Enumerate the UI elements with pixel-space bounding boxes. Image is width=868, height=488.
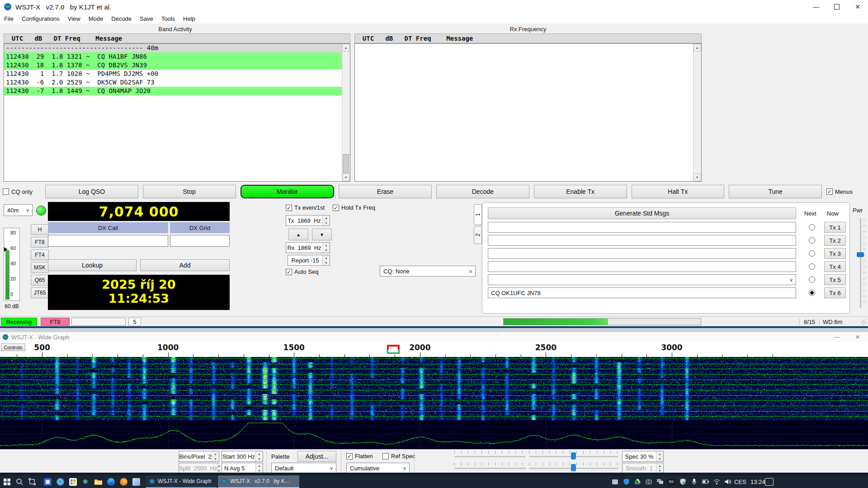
menu-item-view[interactable]: View: [64, 14, 85, 23]
tx5-now-button[interactable]: Tx 5: [824, 274, 846, 285]
tx-message-field-4[interactable]: [488, 261, 796, 272]
hold-tx-freq-checkbox[interactable]: ✓ Hold Tx Freq: [333, 204, 375, 211]
mode-button-ft4[interactable]: FT4: [31, 249, 49, 260]
pinned-glass-app-icon[interactable]: [130, 475, 142, 488]
wf-gain-slider[interactable]: [454, 456, 526, 457]
decoded-message-row[interactable]: ------------------------------------ 40m: [4, 44, 342, 52]
tray-gdrive-icon[interactable]: [632, 475, 643, 488]
scroll-up-icon[interactable]: ▲: [693, 44, 701, 52]
tx6-now-button[interactable]: Tx 6: [824, 287, 846, 298]
tx-frequency-marker[interactable]: [387, 345, 400, 350]
taskbar-button-wide-graph[interactable]: WSJT-X - Wide Graph: [146, 475, 217, 488]
tx2-now-button[interactable]: Tx 2: [824, 235, 846, 246]
rx-frequency-marker[interactable]: [387, 350, 400, 354]
checkbox-icon[interactable]: [3, 188, 9, 195]
tune-button[interactable]: Tune: [729, 185, 822, 198]
pinned-save-app-icon[interactable]: [42, 475, 53, 488]
spinner-arrows-icon[interactable]: ▲▼: [322, 243, 330, 253]
next-radio-3[interactable]: [809, 250, 815, 257]
tray-mic-icon[interactable]: [689, 475, 699, 488]
next-radio-5[interactable]: [809, 277, 815, 283]
maximize-button[interactable]: [826, 0, 847, 14]
add-button[interactable]: Add: [140, 259, 230, 271]
decode-button[interactable]: Decode: [436, 185, 529, 198]
cq-select-combo[interactable]: CQ: None∨: [380, 266, 476, 277]
tx-message-field-5[interactable]: ∨: [488, 274, 796, 285]
file-explorer-icon[interactable]: [92, 475, 104, 488]
adjust-button[interactable]: Adjust...: [297, 451, 336, 462]
pwr-slider[interactable]: [855, 218, 866, 308]
slider-handle[interactable]: [857, 252, 864, 257]
next-radio-1[interactable]: [809, 224, 815, 230]
task-view-icon[interactable]: [26, 475, 38, 488]
resize-grip[interactable]: [861, 319, 867, 325]
decoded-message-row[interactable]: 112430 29 1.8 1321 ~ CQ HA1BF JN86: [4, 52, 342, 61]
tx1-now-button[interactable]: Tx 1: [824, 222, 846, 233]
decoded-message-row[interactable]: 112430 -6 2.0 2529 ~ DK5CW DG2SAF 73: [4, 78, 342, 87]
pinned-wsjtx-app-icon[interactable]: [80, 475, 91, 488]
mode-button-q65[interactable]: Q65: [31, 275, 49, 286]
search-icon[interactable]: [14, 475, 25, 488]
auto-seq-checkbox[interactable]: ✓ Auto Seq: [286, 268, 319, 275]
decoded-message-row[interactable]: 112430 1 1.7 1028 ~ PD4PMS DJ2MS +00: [4, 70, 342, 78]
orange-browser-icon[interactable]: [118, 475, 129, 488]
tx-message-field-6[interactable]: CQ OK1UFC JN78: [488, 287, 796, 298]
spinner-arrows-icon[interactable]: ▲▼: [656, 451, 663, 461]
tray-capture-icon[interactable]: [643, 475, 654, 488]
spinner-arrows-icon[interactable]: ▲▼: [322, 216, 330, 225]
menu-item-file[interactable]: File: [0, 14, 18, 23]
close-button[interactable]: ✕: [847, 332, 868, 342]
band-selector[interactable]: 40m∨: [4, 204, 33, 216]
tray-defender-icon[interactable]: [677, 475, 688, 488]
freq-up-button[interactable]: ▲: [288, 229, 308, 240]
pinned-globe-app-icon[interactable]: [54, 475, 66, 488]
bins-per-pixel-spinner[interactable]: Bins/Pixel 2 ▲▼: [179, 451, 219, 462]
menu-item-save[interactable]: Save: [136, 14, 157, 23]
freq-down-button[interactable]: ▼: [312, 229, 332, 240]
checkbox-icon[interactable]: [382, 453, 389, 460]
minimize-button[interactable]: —: [826, 332, 847, 342]
menu-item-decode[interactable]: Decode: [107, 14, 136, 23]
menu-item-mode[interactable]: Mode: [85, 14, 108, 23]
start-button[interactable]: [1, 475, 13, 488]
spinner-arrows-icon[interactable]: ▲▼: [322, 255, 330, 265]
lookup-button[interactable]: Lookup: [48, 259, 137, 271]
notification-center-icon[interactable]: [765, 478, 774, 486]
menu-item-configurations[interactable]: Configurations: [18, 14, 64, 23]
stop-button[interactable]: Stop: [143, 185, 236, 198]
halt-tx-button[interactable]: Halt Tx: [632, 185, 725, 198]
dx-call-input[interactable]: [48, 235, 168, 247]
slider-handle[interactable]: [571, 452, 576, 460]
checkbox-checked-icon[interactable]: ✓: [286, 205, 292, 211]
menu-item-help[interactable]: Help: [179, 14, 199, 23]
flatten-checkbox[interactable]: ✓ Flatten: [346, 453, 373, 460]
monitor-button[interactable]: Monitor: [241, 185, 335, 198]
tx-message-field-1[interactable]: [488, 222, 796, 233]
tray-b6-icon[interactable]: B6: [666, 475, 677, 488]
close-button[interactable]: ✕: [847, 0, 868, 14]
rx-frequency-scrollbar[interactable]: ▲ ▼: [693, 44, 701, 181]
decoded-message-row[interactable]: 112430 -7 1.8 1449 ~ CQ ON4MAP JO20: [4, 87, 342, 95]
tx-message-field-2[interactable]: [488, 235, 796, 246]
mode-button-h[interactable]: H: [31, 224, 49, 235]
checkbox-checked-icon[interactable]: ✓: [346, 453, 353, 460]
dx-grid-input[interactable]: [170, 235, 230, 247]
waterfall-spectrogram[interactable]: [0, 357, 868, 420]
next-radio-2[interactable]: [809, 237, 815, 244]
report-spinner[interactable]: Report -15 ▲▼: [288, 255, 330, 266]
tx-even-checkbox[interactable]: ✓ Tx even/1st: [286, 204, 325, 211]
tray-app-icon[interactable]: [609, 475, 620, 488]
scrollbar-thumb[interactable]: [343, 154, 349, 173]
spinner-arrows-icon[interactable]: ▲▼: [212, 451, 219, 461]
spinner-arrows-icon[interactable]: ▲▼: [255, 463, 263, 473]
edge-browser-icon[interactable]: [105, 475, 117, 488]
tab-2[interactable]: 2: [474, 226, 482, 244]
enable-tx-button[interactable]: Enable Tx: [534, 185, 627, 198]
generate-std-msgs-button[interactable]: Generate Std Msgs: [488, 207, 796, 219]
start-freq-spinner[interactable]: Start 300 Hz ▲▼: [222, 451, 263, 462]
keyboard-layout-indicator[interactable]: CES: [734, 475, 746, 488]
pinned-store-app-icon[interactable]: [67, 475, 79, 488]
tray-volume-icon[interactable]: [722, 475, 733, 488]
tx-message-field-3[interactable]: [488, 248, 796, 259]
band-activity-scrollbar[interactable]: ▲ ▼: [342, 44, 350, 181]
